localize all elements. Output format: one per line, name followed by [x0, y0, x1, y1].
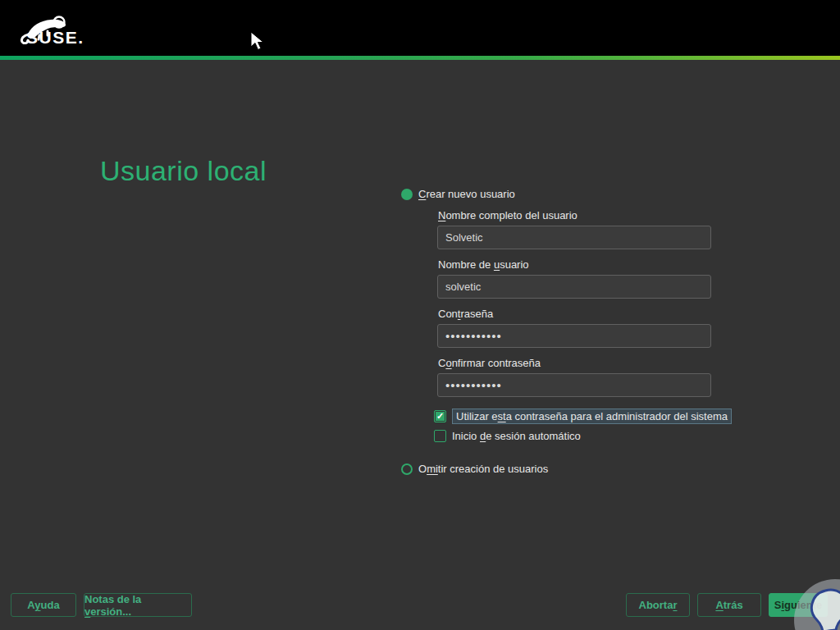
- fullname-input[interactable]: [437, 226, 711, 249]
- username-input[interactable]: [437, 275, 711, 299]
- button-label: Atrás: [715, 599, 742, 611]
- installer-window: SUSE. Usuario local Crear nuevo usuario …: [0, 0, 840, 630]
- label-text: Notas de la: [84, 593, 141, 605]
- password-input[interactable]: [437, 324, 711, 348]
- header-bar: SUSE.: [0, 0, 840, 56]
- button-label: Abortar: [639, 599, 678, 611]
- radio-skip-user-creation[interactable]: Omitir creación de usuarios: [401, 463, 548, 475]
- label-text: raseña: [460, 308, 493, 320]
- label-text: ombre completo del usuario: [445, 209, 577, 221]
- label-text: a contraseña para el administrador del s…: [506, 410, 728, 422]
- accent-line: [0, 56, 840, 60]
- automatic-login-checkbox[interactable]: Inicio de sesión automático: [434, 430, 581, 442]
- label-text: C: [438, 357, 445, 369]
- lightbulb-watermark-icon: [794, 579, 840, 630]
- label-mnemonic: A: [715, 599, 723, 611]
- label-text: A: [27, 599, 34, 611]
- button-label: Notas de la versión...: [84, 593, 191, 618]
- suse-logo-text: SUSE.: [26, 28, 84, 48]
- label-mnemonic: N: [438, 209, 445, 221]
- label-text: e sesión automático: [486, 430, 581, 442]
- help-button[interactable]: Ayuda: [11, 593, 76, 617]
- label-mnemonic: st: [498, 410, 506, 422]
- confirm-password-input[interactable]: [437, 373, 711, 397]
- password-label: Contraseña: [438, 308, 493, 320]
- label-text: O: [418, 463, 427, 475]
- radio-selected-icon: [401, 189, 413, 200]
- label-text: tir creación de usuarios: [438, 463, 548, 475]
- suse-logo: SUSE.: [8, 7, 98, 51]
- label-text: Nombre de: [438, 258, 494, 271]
- label-mnemonic: mi: [427, 463, 438, 475]
- username-label: Nombre de usuario: [438, 258, 529, 271]
- mouse-cursor-icon: [250, 31, 268, 52]
- page-title: Usuario local: [100, 155, 267, 187]
- radio-create-label: Crear nuevo usuario: [418, 188, 515, 200]
- label-text: uda: [41, 599, 60, 611]
- use-password-for-admin-checkbox[interactable]: ✓ Utilizar esta contraseña para el admin…: [434, 409, 732, 424]
- label-text: nfirmar contraseña: [452, 357, 541, 369]
- fullname-label: Nombre completo del usuario: [438, 209, 578, 221]
- checkbox-unchecked-icon: [434, 430, 446, 442]
- label-text: Con: [438, 308, 458, 320]
- label-text: rear nuevo usuario: [426, 188, 514, 200]
- use-password-for-admin-label: Utilizar esta contraseña para el adminis…: [452, 409, 732, 424]
- label-text: Inicio: [452, 430, 480, 442]
- label-mnemonic: y: [34, 599, 40, 611]
- label-mnemonic: C: [418, 188, 426, 200]
- radio-unselected-icon: [401, 463, 413, 475]
- label-mnemonic: o: [445, 357, 451, 369]
- lightbulb-icon: [796, 581, 840, 630]
- release-notes-button[interactable]: Notas de la versión...: [84, 593, 192, 617]
- label-text: Utilizar e: [456, 410, 498, 422]
- label-text: suario: [500, 258, 528, 271]
- back-button[interactable]: Atrás: [697, 593, 761, 617]
- confirm-password-label: Confirmar contraseña: [438, 357, 541, 369]
- abort-button[interactable]: Abortar: [626, 593, 690, 617]
- radio-create-new-user[interactable]: Crear nuevo usuario: [401, 188, 515, 200]
- checkbox-checked-icon: ✓: [434, 410, 446, 422]
- button-label: Ayuda: [27, 599, 59, 611]
- label-text: Aborta: [639, 599, 673, 611]
- label-text: ersión...: [90, 605, 131, 618]
- label-text: trás: [724, 599, 743, 611]
- radio-skip-label: Omitir creación de usuarios: [418, 463, 548, 475]
- checkmark-icon: ✓: [436, 412, 444, 421]
- automatic-login-label: Inicio de sesión automático: [452, 430, 581, 442]
- label-mnemonic: r: [673, 599, 677, 611]
